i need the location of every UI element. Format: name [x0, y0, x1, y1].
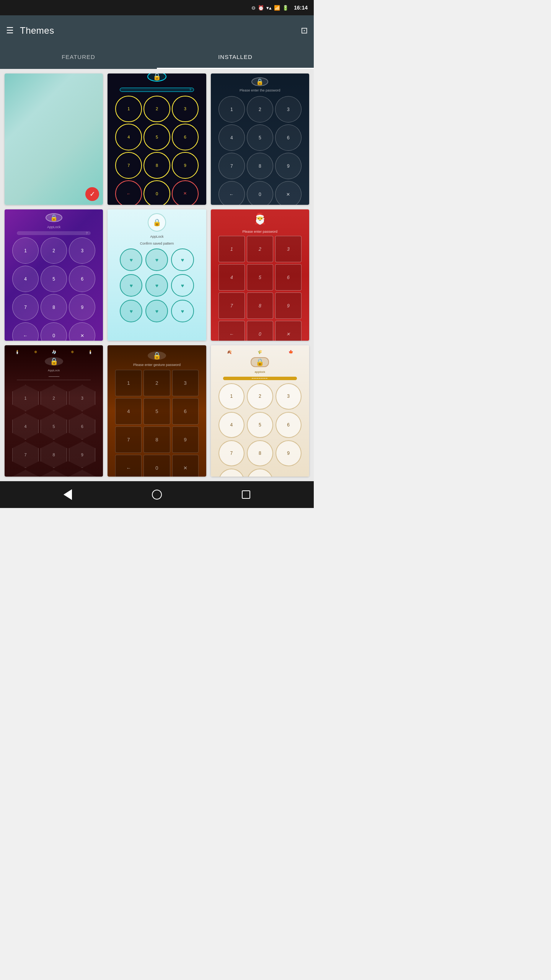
key-back: ← — [218, 321, 245, 341]
key-6: 6 — [275, 124, 302, 151]
key-0: 0 — [143, 455, 170, 477]
applock-logo-dark: 🔒 — [251, 77, 268, 86]
key-back: ← — [115, 180, 142, 205]
key-clear: ✕ — [275, 321, 302, 341]
key-5: 5 — [247, 412, 273, 438]
key-1: 1 — [115, 96, 142, 122]
key-7: 7 — [115, 152, 142, 179]
leaf-1: 🍂 — [227, 350, 231, 354]
key-2: 2 — [247, 236, 273, 262]
app-bar-left: ☰ Themes — [6, 25, 54, 36]
recents-button[interactable] — [238, 487, 254, 502]
applock-logo-xmas: 🔒 — [45, 357, 63, 366]
neon-question-icon: ? — [189, 88, 191, 91]
key-3: 3 — [69, 385, 95, 411]
key-3: 3 — [172, 370, 199, 396]
key-1: 1 — [218, 236, 245, 262]
theme-card-teal-pattern[interactable]: 🔒 AppLock Confirm saved pattern ♥ ♥ ♥ ♥ … — [108, 209, 206, 341]
divider-xmas: ━━━━━━━ — [17, 375, 91, 380]
back-arrow-icon — [64, 489, 72, 500]
key-2: 2 — [41, 237, 67, 264]
theme-card-purple[interactable]: 🔒 AppLock ? 1 2 3 4 5 6 7 8 9 ← 0 ✕ — [5, 209, 103, 341]
key-back: ← — [12, 322, 39, 341]
key-8: 8 — [247, 153, 273, 179]
password-bar-purple: ? — [17, 231, 91, 235]
key-7: 7 — [218, 440, 245, 466]
question-icon-purple: ? — [86, 231, 88, 235]
theme-card-autumn[interactable]: 🍂 🌾 🍁 🔒 applock ━━━━━━━ 1 2 3 4 5 6 7 8 … — [211, 345, 309, 477]
key-1: 1 — [115, 370, 142, 396]
autumn-banner: ━━━━━━━ — [223, 377, 297, 380]
key-clear-autumn: ✕ — [247, 469, 273, 477]
home-circle-icon — [152, 490, 162, 500]
back-button[interactable] — [60, 487, 75, 502]
ornament-3: 🧦 — [52, 350, 56, 354]
dot-1: ♥ — [120, 248, 142, 271]
tab-featured[interactable]: FEATURED — [0, 46, 157, 69]
key-8: 8 — [41, 441, 67, 468]
key-6: 6 — [276, 412, 302, 438]
key-6: 6 — [69, 266, 95, 292]
key-2: 2 — [143, 370, 170, 396]
password-prompt-xmas: Please enter password — [243, 230, 278, 234]
navigation-bar — [0, 481, 314, 508]
key-0: 0 — [247, 321, 273, 341]
recents-square-icon — [242, 490, 250, 499]
theme-card-neon-city[interactable]: 🔒 ? — [108, 74, 206, 205]
neon-keypad: 1 2 3 4 5 6 7 8 9 ← 0 ✕ — [115, 96, 198, 205]
key-0-autumn: 0 — [218, 469, 245, 477]
key-7: 7 — [218, 292, 245, 319]
theme-card-christmas[interactable]: 🎅 Please enter password 1 2 3 4 5 6 7 8 … — [211, 209, 309, 341]
dot-3: ♥ — [171, 248, 194, 271]
password-prompt-dark: Please enter the password — [240, 88, 280, 92]
applock-logo-purple: 🔒 — [46, 213, 62, 222]
key-2: 2 — [143, 96, 170, 122]
theme-card-xmas-dark[interactable]: 🕯️ ❄ 🧦 ❄ 🕯️ 🔒 AppLock ━━━━━━━ 1 2 3 4 5 … — [5, 345, 103, 477]
key-7: 7 — [115, 426, 142, 453]
theme-card-dark-blue[interactable]: 🔒 Please enter the password 1 2 3 4 5 6 … — [211, 74, 309, 205]
key-8: 8 — [247, 440, 273, 466]
key-6: 6 — [275, 264, 302, 291]
key-1: 1 — [218, 96, 245, 122]
key-5: 5 — [247, 264, 273, 291]
key-6: 6 — [172, 398, 199, 425]
key-7: 7 — [12, 294, 39, 320]
key-clear: ✕ — [172, 180, 199, 205]
wifi-icon: ▾▴ — [266, 5, 272, 11]
key-3: 3 — [276, 383, 302, 409]
autumn-decorations: 🍂 🌾 🍁 — [214, 348, 306, 354]
santa-decoration: 🎅 — [214, 212, 306, 225]
crop-icon[interactable]: ⊡ — [301, 26, 308, 36]
key-3: 3 — [275, 236, 302, 262]
dot-6: ♥ — [171, 274, 194, 297]
applock-logo-autumn: 🔒 — [251, 357, 269, 367]
app-title: Themes — [20, 25, 54, 36]
theme-preview-dark-blue: 🔒 Please enter the password 1 2 3 4 5 6 … — [211, 74, 309, 205]
home-button[interactable] — [149, 487, 165, 502]
theme-preview-halloween: 🔒 Please enter gesture password 1 2 3 4 … — [108, 345, 206, 477]
acorn: 🌾 — [258, 350, 262, 354]
tab-installed[interactable]: INSTALLED — [157, 46, 314, 69]
neon-input-bar: ? — [120, 88, 194, 92]
dot-7: ♥ — [120, 300, 142, 322]
key-5: 5 — [143, 398, 170, 425]
theme-preview-autumn: 🍂 🌾 🍁 🔒 applock ━━━━━━━ 1 2 3 4 5 6 7 8 … — [211, 345, 309, 477]
key-6: 6 — [69, 413, 95, 439]
xmas-top-decorations: 🕯️ ❄ 🧦 ❄ 🕯️ — [8, 348, 100, 354]
key-9: 9 — [172, 426, 199, 453]
theme-card-teal-gradient[interactable]: ✓ — [5, 74, 103, 205]
leaf-2: 🍁 — [289, 350, 293, 354]
key-2: 2 — [247, 383, 273, 409]
key-clear: ✕ — [69, 470, 95, 477]
autumn-keypad: 1 2 3 4 5 6 7 8 9 0 ✕ — [218, 383, 302, 477]
hamburger-menu-icon[interactable]: ☰ — [6, 26, 14, 36]
key-4: 4 — [115, 124, 142, 150]
dark-keypad: 1 2 3 4 5 6 7 8 9 ← 0 ✕ — [218, 96, 302, 205]
theme-card-halloween[interactable]: 🔒 Please enter gesture password 1 2 3 4 … — [108, 345, 206, 477]
key-7: 7 — [218, 153, 245, 179]
key-8: 8 — [247, 292, 273, 319]
ornament-2: ❄ — [34, 350, 37, 354]
gesture-password-text: Please enter gesture password — [133, 363, 181, 367]
ornament-4: ❄ — [71, 350, 74, 354]
dot-9: ♥ — [171, 300, 194, 322]
